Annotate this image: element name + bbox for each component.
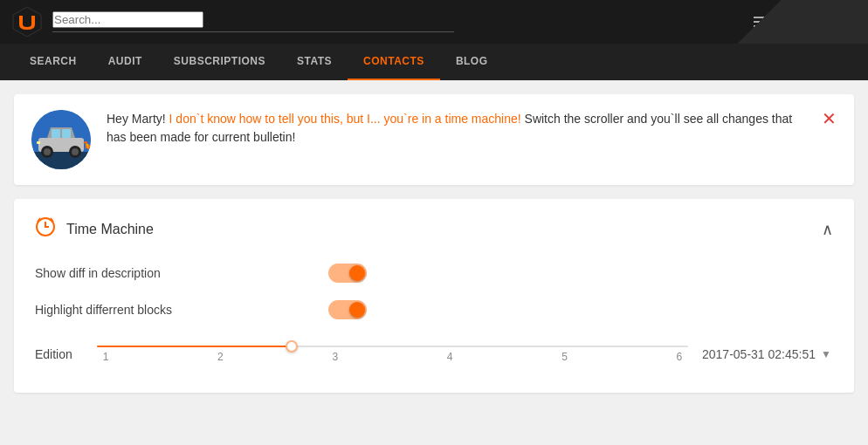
nav-menu: SEARCH AUDIT SUBSCRIPTIONS STATS CONTACT… [0,44,868,80]
nav-item-blog[interactable]: BLOG [440,44,504,80]
header: → ? [0,0,868,44]
notification-text: Hey Marty! I don`t know how to tell you … [107,110,806,147]
help-icon[interactable]: ? [815,12,824,32]
notification-marty: Hey Marty! [107,112,169,126]
svg-point-1 [845,14,852,21]
svg-point-8 [72,148,79,155]
toggle-show-diff-label: Show diff in description [35,266,161,280]
slider-tick-4: 4 [441,351,458,363]
slider-thumb[interactable] [286,340,298,353]
nav-item-stats[interactable]: STATS [281,44,348,80]
edition-dropdown-arrow[interactable]: ▼ [821,348,831,360]
slider-tick-5: 5 [556,351,574,363]
svg-point-6 [44,148,51,155]
edition-row: Edition 1 2 3 4 5 6 2017-05-31 02:45:51 … [35,337,833,372]
main-content: Hey Marty! I don`t know how to tell you … [0,80,868,407]
slider-fill [97,346,292,347]
search-input[interactable] [52,11,203,28]
search-wrapper [52,11,454,32]
nav-item-subscriptions[interactable]: SUBSCRIPTIONS [158,44,281,80]
collapse-icon[interactable]: ∧ [822,220,833,239]
toggle-show-diff-row: Show diff in description [35,264,367,283]
logo [10,5,44,38]
toggle-highlight-row: Highlight differrent blocks [35,300,367,319]
nav-item-audit[interactable]: AUDIT [93,44,158,80]
slider-tick-2: 2 [211,351,229,363]
filter-icon[interactable] [754,17,768,27]
slider-tick-6: 6 [671,351,688,363]
toggle-show-diff[interactable] [328,264,367,283]
nav-item-contacts[interactable]: CONTACTS [348,44,440,80]
nav-item-search[interactable]: SEARCH [14,44,93,80]
clock-icon [35,216,56,243]
slider-tick-3: 3 [327,351,344,363]
edition-date: 2017-05-31 02:45:51 ▼ [702,347,833,361]
time-machine-label: Time Machine [66,222,154,237]
slider-ticks: 1 2 3 4 5 6 [97,351,688,363]
arrow-right-icon[interactable]: → [783,13,799,31]
svg-rect-10 [62,129,71,138]
time-machine-card: Time Machine ∧ Show diff in description … [14,199,854,393]
time-machine-header: Time Machine ∧ [35,216,833,243]
notification-close-button[interactable]: ✕ [822,110,837,127]
toggle-highlight[interactable] [328,300,367,319]
slider-tick-1: 1 [97,351,114,363]
svg-rect-3 [31,152,91,169]
svg-rect-9 [52,129,60,138]
svg-marker-0 [13,7,41,37]
toggle-highlight-label: Highlight differrent blocks [35,303,172,317]
user-icon[interactable] [840,11,858,33]
notification-card: Hey Marty! I don`t know how to tell you … [14,94,854,185]
svg-rect-11 [37,141,40,144]
header-actions: → ? [754,11,858,33]
edition-label: Edition [35,347,83,361]
edition-slider-container: 1 2 3 4 5 6 [97,337,688,372]
slider-track [97,346,688,347]
notification-avatar [31,110,91,169]
time-machine-title: Time Machine [35,216,154,243]
edition-date-value: 2017-05-31 02:45:51 [702,347,816,361]
notification-highlight: I don`t know how to tell you this, but I… [169,112,521,126]
